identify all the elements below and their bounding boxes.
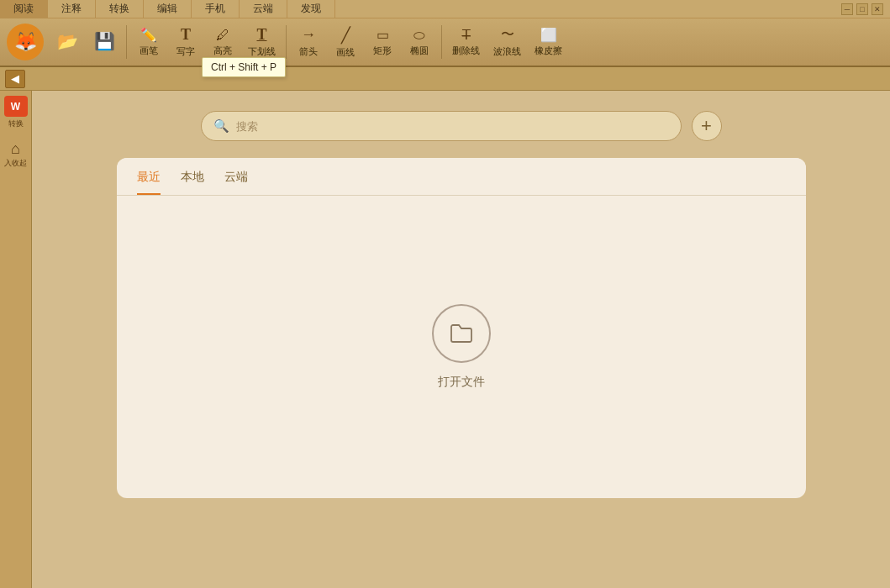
menu-cloud[interactable]: 云端: [240, 0, 287, 18]
wave-line-button[interactable]: 〜 波浪线: [488, 23, 526, 61]
strikethrough-label: 删除线: [452, 45, 480, 57]
ellipse-button[interactable]: ⬭ 椭圆: [403, 24, 436, 60]
arrow-icon: →: [301, 26, 316, 44]
highlight-label: 高亮: [213, 45, 232, 57]
wave-label: 波浪线: [493, 45, 521, 58]
tab-cloud[interactable]: 云端: [224, 170, 248, 195]
highlight-button[interactable]: 🖊 高亮: [206, 24, 240, 60]
search-icon: 🔍: [213, 118, 229, 134]
minimize-button[interactable]: ─: [841, 3, 853, 15]
separator-3: [441, 25, 442, 59]
keyboard-shortcut-tooltip: Ctrl + Shift + P: [202, 57, 286, 77]
open-file-label: 打开文件: [438, 375, 485, 390]
menu-discover[interactable]: 发现: [287, 0, 335, 18]
strikethrough-icon: T̶: [462, 27, 471, 43]
pen-icon: ✏️: [140, 27, 157, 43]
menu-edit[interactable]: 编辑: [144, 0, 192, 18]
strikethrough-button[interactable]: T̶ 删除线: [447, 24, 485, 60]
open-icon: 📂: [57, 31, 78, 51]
underline-icon: T: [256, 26, 266, 44]
sidebar: W 转换 ⌂ 入收起: [0, 91, 32, 588]
menu-bar: 阅读 注释 转换 编辑 手机 云端 发现 ─ □ ✕: [0, 0, 890, 18]
collect-label: 入收起: [4, 158, 27, 169]
draw-pen-button[interactable]: ✏️ 画笔: [132, 24, 166, 60]
rect-button[interactable]: ▭ 矩形: [366, 24, 399, 60]
maximize-button[interactable]: □: [856, 3, 868, 15]
action-bar: ◀: [0, 67, 890, 91]
add-button[interactable]: +: [692, 111, 722, 141]
search-bar-container: 🔍 +: [201, 111, 722, 141]
search-input[interactable]: [236, 120, 669, 133]
save-button[interactable]: 💾: [87, 28, 121, 56]
write-icon: T: [181, 26, 191, 44]
menu-annotate[interactable]: 注释: [48, 0, 96, 18]
menu-convert[interactable]: 转换: [96, 0, 144, 18]
line-button[interactable]: ╱ 画线: [329, 23, 362, 62]
save-icon: 💾: [94, 31, 115, 51]
open-button[interactable]: 📂: [50, 28, 84, 56]
separator-1: [126, 25, 127, 59]
close-button[interactable]: ✕: [872, 3, 883, 15]
convert-label: 转换: [8, 118, 24, 129]
sidebar-item-convert[interactable]: W 转换: [3, 96, 29, 129]
sidebar-item-collect[interactable]: ⌂ 入收起: [3, 138, 29, 171]
collapse-arrow[interactable]: ◀: [5, 70, 25, 88]
eraser-label: 橡皮擦: [535, 45, 562, 57]
menu-read[interactable]: 阅读: [0, 0, 48, 18]
convert-icon: W: [4, 96, 28, 117]
draw-pen-label: 画笔: [140, 45, 158, 57]
wave-icon: 〜: [501, 26, 514, 44]
eraser-icon: ⬜: [540, 27, 557, 43]
tab-recent[interactable]: 最近: [137, 170, 161, 195]
file-card: 最近 本地 云端 打开文件: [117, 158, 806, 498]
window-controls: ─ □ ✕: [841, 3, 890, 15]
ellipse-label: 椭圆: [410, 45, 429, 57]
line-label: 画线: [336, 46, 355, 59]
underline-label: 下划线: [248, 45, 276, 58]
menu-phone[interactable]: 手机: [192, 0, 240, 18]
toolbar: 🦊 📂 💾 ✏️ 画笔 T 写字 🖊 高亮 T 下划线 → 箭头 ╱ 画线 ▭ …: [0, 18, 890, 67]
card-content: 打开文件: [117, 196, 806, 498]
rect-label: 矩形: [373, 45, 392, 57]
tab-local[interactable]: 本地: [181, 170, 204, 195]
folder-icon: [448, 320, 475, 347]
separator-2: [286, 25, 287, 59]
arrow-label: 箭头: [299, 45, 318, 58]
write-button[interactable]: T 写字: [169, 23, 203, 61]
highlight-icon: 🖊: [216, 28, 229, 43]
collect-icon: ⌂: [11, 140, 20, 158]
line-icon: ╱: [341, 26, 350, 45]
content-area: 🔍 + 最近 本地 云端 打开文件: [32, 91, 890, 588]
write-label: 写字: [176, 45, 195, 58]
open-file-button[interactable]: [432, 304, 491, 363]
underline-button[interactable]: T 下划线: [243, 23, 281, 61]
eraser-button[interactable]: ⬜ 橡皮擦: [529, 24, 567, 60]
ellipse-icon: ⬭: [413, 28, 425, 43]
main-layout: W 转换 ⌂ 入收起 🔍 + 最近 本地 云端: [0, 91, 890, 588]
rect-icon: ▭: [377, 27, 389, 43]
app-logo[interactable]: 🦊: [7, 24, 44, 60]
arrow-button[interactable]: → 箭头: [292, 23, 325, 61]
search-input-wrap: 🔍: [201, 111, 682, 141]
tabs: 最近 本地 云端: [117, 158, 806, 196]
